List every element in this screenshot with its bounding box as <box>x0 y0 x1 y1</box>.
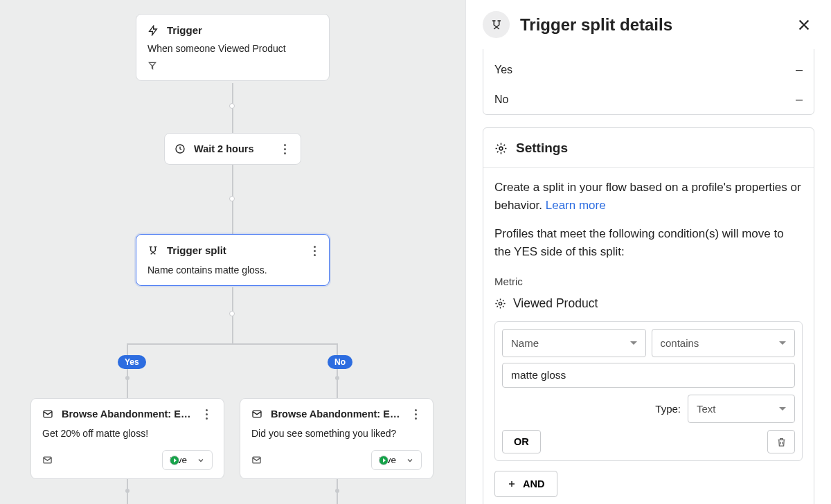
field-dropdown[interactable]: Name <box>502 329 646 357</box>
yes-value: – <box>796 62 803 77</box>
chevron-down-icon <box>197 456 205 465</box>
mail-icon <box>251 408 262 420</box>
clock-icon <box>175 143 186 154</box>
split-icon <box>483 11 510 38</box>
wait-node[interactable]: Wait 2 hours <box>164 133 301 165</box>
trigger-split-node[interactable]: Trigger split Name contains matte gloss. <box>136 234 330 286</box>
mail-small-icon <box>42 455 53 465</box>
email-subtitle: Get 20% off matte gloss! <box>42 428 213 439</box>
chevron-down-icon <box>630 341 637 345</box>
and-button[interactable]: AND <box>494 471 557 497</box>
settings-description-2: Profiles that meet the following conditi… <box>494 225 803 262</box>
status-dropdown-yes[interactable]: Live <box>162 450 213 470</box>
connector-small-dot <box>125 376 129 380</box>
connector-dot <box>229 103 235 109</box>
connector <box>127 343 128 398</box>
chevron-down-icon <box>779 407 786 411</box>
trigger-subtitle: When someone Viewed Product <box>148 43 318 54</box>
value-input[interactable] <box>502 363 795 388</box>
email-title: Browse Abandonment: Email… <box>62 408 192 420</box>
type-label: Type: <box>655 401 681 417</box>
split-menu-button[interactable] <box>308 246 321 256</box>
metric-value: Viewed Product <box>513 294 598 313</box>
flow-canvas[interactable]: Yes No Trigger When someone Viewed Produ… <box>0 0 465 504</box>
operator-dropdown[interactable]: contains <box>652 329 796 357</box>
split-subtitle: Name contains matte gloss. <box>148 264 318 276</box>
svg-point-5 <box>499 147 503 150</box>
connector <box>337 343 338 398</box>
filter-icon <box>148 61 318 71</box>
condition-card: Name contains Type: Text OR <box>494 321 803 462</box>
mail-small-icon <box>251 455 262 465</box>
panel-title: Trigger split details <box>520 15 786 35</box>
connector-small-dot <box>335 376 339 380</box>
email-title: Browse Abandonment: Email… <box>271 408 401 420</box>
email-node-yes[interactable]: Browse Abandonment: Email… Get 20% off m… <box>30 398 224 479</box>
connector-small-dot <box>335 489 339 493</box>
branch-label-no: No <box>328 355 352 369</box>
trigger-title: Trigger <box>167 24 202 36</box>
connector-dot <box>229 196 235 201</box>
branch-label-yes: Yes <box>118 355 146 369</box>
status-dropdown-no[interactable]: Live <box>371 450 422 470</box>
yes-label: Yes <box>494 64 512 76</box>
chevron-down-icon <box>406 456 414 465</box>
close-button[interactable] <box>796 17 812 33</box>
trigger-node[interactable]: Trigger When someone Viewed Product <box>136 14 330 81</box>
metric-label: Metric <box>494 273 803 289</box>
connector <box>127 343 337 345</box>
learn-more-link[interactable]: Learn more <box>546 199 606 212</box>
stats-card: Waiting Yes– No– <box>483 49 814 115</box>
settings-title: Settings <box>516 141 568 156</box>
lightning-icon <box>148 25 159 36</box>
gear-icon <box>494 298 506 309</box>
status-live-dot <box>379 456 388 465</box>
gear-icon <box>494 142 508 155</box>
email-yes-menu-button[interactable] <box>200 409 213 420</box>
waiting-label: Waiting <box>494 49 533 51</box>
email-subtitle: Did you see something you liked? <box>251 428 422 439</box>
status-live-dot <box>170 456 179 465</box>
no-value: – <box>796 92 803 107</box>
details-panel: Trigger split details Waiting Yes– No– S… <box>465 0 831 504</box>
type-dropdown[interactable]: Text <box>688 395 795 423</box>
connector-dot <box>229 311 235 316</box>
settings-card: Settings Create a split in your flow bas… <box>483 127 814 504</box>
or-button[interactable]: OR <box>502 430 541 453</box>
wait-menu-button[interactable] <box>278 144 291 154</box>
wait-label: Wait 2 hours <box>194 143 270 154</box>
no-label: No <box>494 93 508 106</box>
split-title: Trigger split <box>167 244 226 256</box>
chevron-down-icon <box>779 341 786 345</box>
svg-point-6 <box>499 302 501 305</box>
mail-icon <box>42 408 53 420</box>
split-icon <box>148 245 159 256</box>
email-node-no[interactable]: Browse Abandonment: Email… Did you see s… <box>240 398 434 479</box>
connector-small-dot <box>125 489 129 493</box>
delete-condition-button[interactable] <box>767 430 795 453</box>
email-no-menu-button[interactable] <box>409 409 422 420</box>
settings-description: Create a split in your flow based on a p… <box>494 179 803 215</box>
